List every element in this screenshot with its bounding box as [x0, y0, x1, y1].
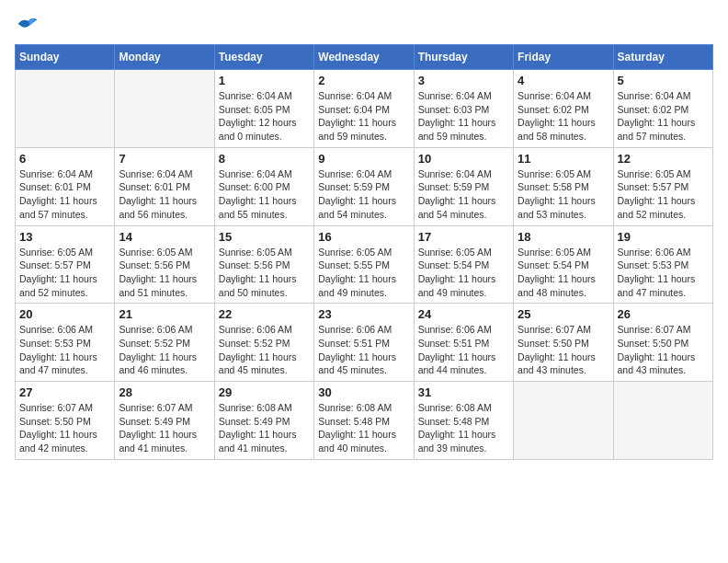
- day-info: Sunrise: 6:04 AM Sunset: 6:05 PM Dayligh…: [219, 89, 310, 144]
- logo: [15, 15, 39, 33]
- calendar-cell: 24Sunrise: 6:06 AM Sunset: 5:51 PM Dayli…: [414, 304, 513, 382]
- weekday-header-wednesday: Wednesday: [314, 45, 414, 70]
- day-info: Sunrise: 6:04 AM Sunset: 6:02 PM Dayligh…: [518, 89, 609, 144]
- day-info: Sunrise: 6:06 AM Sunset: 5:53 PM Dayligh…: [618, 246, 709, 300]
- calendar-cell: 6Sunrise: 6:04 AM Sunset: 6:01 PM Daylig…: [16, 147, 115, 225]
- calendar-cell: 26Sunrise: 6:07 AM Sunset: 5:50 PM Dayli…: [613, 304, 712, 382]
- day-number: 4: [518, 74, 609, 87]
- day-info: Sunrise: 6:04 AM Sunset: 6:02 PM Dayligh…: [618, 89, 709, 144]
- day-info: Sunrise: 6:07 AM Sunset: 5:50 PM Dayligh…: [19, 401, 110, 455]
- day-info: Sunrise: 6:06 AM Sunset: 5:51 PM Dayligh…: [418, 323, 509, 377]
- calendar-week-4: 20Sunrise: 6:06 AM Sunset: 5:53 PM Dayli…: [16, 304, 713, 382]
- day-number: 30: [318, 385, 409, 399]
- day-info: Sunrise: 6:04 AM Sunset: 6:00 PM Dayligh…: [219, 167, 310, 222]
- weekday-header-friday: Friday: [514, 45, 613, 70]
- day-info: Sunrise: 6:05 AM Sunset: 5:56 PM Dayligh…: [219, 246, 310, 300]
- day-info: Sunrise: 6:08 AM Sunset: 5:48 PM Dayligh…: [318, 401, 409, 455]
- day-info: Sunrise: 6:05 AM Sunset: 5:58 PM Dayligh…: [518, 167, 609, 222]
- calendar-cell: 15Sunrise: 6:05 AM Sunset: 5:56 PM Dayli…: [214, 225, 313, 304]
- calendar-week-3: 13Sunrise: 6:05 AM Sunset: 5:57 PM Dayli…: [16, 225, 713, 304]
- weekday-header-thursday: Thursday: [414, 45, 513, 70]
- calendar-week-1: 1Sunrise: 6:04 AM Sunset: 6:05 PM Daylig…: [16, 70, 713, 148]
- day-info: Sunrise: 6:04 AM Sunset: 6:04 PM Dayligh…: [318, 89, 409, 144]
- day-number: 10: [418, 152, 509, 166]
- calendar-cell: 28Sunrise: 6:07 AM Sunset: 5:49 PM Dayli…: [115, 382, 214, 460]
- calendar-cell: 21Sunrise: 6:06 AM Sunset: 5:52 PM Dayli…: [115, 304, 214, 382]
- day-info: Sunrise: 6:06 AM Sunset: 5:51 PM Dayligh…: [318, 323, 409, 377]
- day-number: 15: [219, 230, 310, 244]
- day-info: Sunrise: 6:05 AM Sunset: 5:54 PM Dayligh…: [518, 246, 609, 300]
- day-number: 21: [119, 307, 210, 321]
- day-number: 20: [19, 307, 110, 321]
- day-info: Sunrise: 6:05 AM Sunset: 5:56 PM Dayligh…: [119, 246, 210, 300]
- calendar-cell: 30Sunrise: 6:08 AM Sunset: 5:48 PM Dayli…: [314, 382, 414, 460]
- day-number: 5: [618, 74, 709, 87]
- day-number: 26: [618, 307, 709, 321]
- calendar-cell: 16Sunrise: 6:05 AM Sunset: 5:55 PM Dayli…: [314, 225, 414, 304]
- calendar-cell: 13Sunrise: 6:05 AM Sunset: 5:57 PM Dayli…: [16, 225, 115, 304]
- day-info: Sunrise: 6:04 AM Sunset: 6:01 PM Dayligh…: [19, 167, 110, 222]
- day-number: 7: [119, 152, 210, 166]
- day-number: 16: [318, 230, 409, 244]
- day-info: Sunrise: 6:04 AM Sunset: 5:59 PM Dayligh…: [318, 167, 409, 222]
- day-number: 27: [19, 385, 110, 399]
- day-info: Sunrise: 6:04 AM Sunset: 6:03 PM Dayligh…: [418, 89, 509, 144]
- day-info: Sunrise: 6:05 AM Sunset: 5:54 PM Dayligh…: [418, 246, 509, 300]
- calendar-cell: 31Sunrise: 6:08 AM Sunset: 5:48 PM Dayli…: [414, 382, 513, 460]
- weekday-header-tuesday: Tuesday: [214, 45, 313, 70]
- weekday-header-monday: Monday: [115, 45, 214, 70]
- calendar-cell: 17Sunrise: 6:05 AM Sunset: 5:54 PM Dayli…: [414, 225, 513, 304]
- calendar-cell: 7Sunrise: 6:04 AM Sunset: 6:01 PM Daylig…: [115, 147, 214, 225]
- day-number: 2: [318, 74, 409, 87]
- day-info: Sunrise: 6:07 AM Sunset: 5:50 PM Dayligh…: [618, 323, 709, 377]
- calendar-cell: 19Sunrise: 6:06 AM Sunset: 5:53 PM Dayli…: [613, 225, 712, 304]
- logo-bird-icon: [17, 15, 39, 33]
- day-info: Sunrise: 6:05 AM Sunset: 5:55 PM Dayligh…: [318, 246, 409, 300]
- day-number: 8: [219, 152, 310, 166]
- day-number: 19: [618, 230, 709, 244]
- day-info: Sunrise: 6:07 AM Sunset: 5:49 PM Dayligh…: [119, 401, 210, 455]
- day-info: Sunrise: 6:05 AM Sunset: 5:57 PM Dayligh…: [618, 167, 709, 222]
- day-info: Sunrise: 6:04 AM Sunset: 5:59 PM Dayligh…: [418, 167, 509, 222]
- calendar-cell: 12Sunrise: 6:05 AM Sunset: 5:57 PM Dayli…: [613, 147, 712, 225]
- calendar-cell: 5Sunrise: 6:04 AM Sunset: 6:02 PM Daylig…: [613, 70, 712, 148]
- day-number: 17: [418, 230, 509, 244]
- day-info: Sunrise: 6:08 AM Sunset: 5:49 PM Dayligh…: [219, 401, 310, 455]
- calendar-cell: 8Sunrise: 6:04 AM Sunset: 6:00 PM Daylig…: [214, 147, 313, 225]
- page-header: [15, 15, 713, 33]
- calendar-table: SundayMondayTuesdayWednesdayThursdayFrid…: [15, 44, 713, 460]
- day-number: 3: [418, 74, 509, 87]
- day-info: Sunrise: 6:05 AM Sunset: 5:57 PM Dayligh…: [19, 246, 110, 300]
- calendar-cell: 10Sunrise: 6:04 AM Sunset: 5:59 PM Dayli…: [414, 147, 513, 225]
- day-number: 25: [518, 307, 609, 321]
- day-info: Sunrise: 6:07 AM Sunset: 5:50 PM Dayligh…: [518, 323, 609, 377]
- calendar-cell: 20Sunrise: 6:06 AM Sunset: 5:53 PM Dayli…: [16, 304, 115, 382]
- calendar-cell: 29Sunrise: 6:08 AM Sunset: 5:49 PM Dayli…: [214, 382, 313, 460]
- calendar-cell: 14Sunrise: 6:05 AM Sunset: 5:56 PM Dayli…: [115, 225, 214, 304]
- calendar-cell: 27Sunrise: 6:07 AM Sunset: 5:50 PM Dayli…: [16, 382, 115, 460]
- day-number: 18: [518, 230, 609, 244]
- day-info: Sunrise: 6:06 AM Sunset: 5:52 PM Dayligh…: [119, 323, 210, 377]
- calendar-cell: [514, 382, 613, 460]
- day-number: 22: [219, 307, 310, 321]
- day-number: 14: [119, 230, 210, 244]
- calendar-cell: 11Sunrise: 6:05 AM Sunset: 5:58 PM Dayli…: [514, 147, 613, 225]
- calendar-cell: 25Sunrise: 6:07 AM Sunset: 5:50 PM Dayli…: [514, 304, 613, 382]
- day-number: 9: [318, 152, 409, 166]
- calendar-cell: [613, 382, 712, 460]
- day-info: Sunrise: 6:08 AM Sunset: 5:48 PM Dayligh…: [418, 401, 509, 455]
- calendar-week-5: 27Sunrise: 6:07 AM Sunset: 5:50 PM Dayli…: [16, 382, 713, 460]
- day-number: 1: [219, 74, 310, 87]
- calendar-cell: 22Sunrise: 6:06 AM Sunset: 5:52 PM Dayli…: [214, 304, 313, 382]
- day-number: 28: [119, 385, 210, 399]
- day-number: 11: [518, 152, 609, 166]
- day-info: Sunrise: 6:06 AM Sunset: 5:52 PM Dayligh…: [219, 323, 310, 377]
- day-number: 24: [418, 307, 509, 321]
- weekday-header-sunday: Sunday: [16, 45, 115, 70]
- calendar-cell: [16, 70, 115, 148]
- day-number: 23: [318, 307, 409, 321]
- day-number: 13: [19, 230, 110, 244]
- calendar-cell: 2Sunrise: 6:04 AM Sunset: 6:04 PM Daylig…: [314, 70, 414, 148]
- day-info: Sunrise: 6:04 AM Sunset: 6:01 PM Dayligh…: [119, 167, 210, 222]
- calendar-cell: 3Sunrise: 6:04 AM Sunset: 6:03 PM Daylig…: [414, 70, 513, 148]
